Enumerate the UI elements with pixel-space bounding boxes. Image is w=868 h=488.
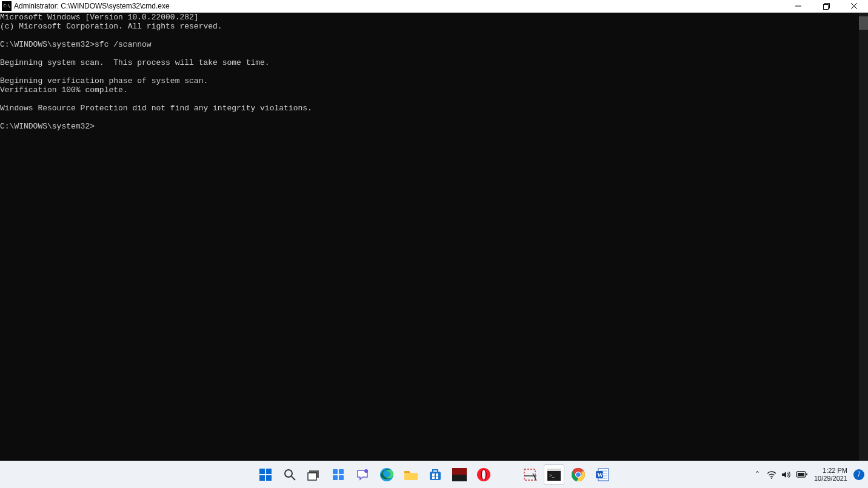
system-tray: ˄ 1:22 PM 10/29/2021 7 (752, 461, 864, 488)
svg-rect-21 (432, 476, 435, 479)
speaker-icon (781, 470, 791, 479)
chat-icon (356, 468, 369, 481)
svg-rect-30 (547, 469, 561, 471)
volume-button[interactable] (781, 470, 792, 479)
svg-point-42 (771, 478, 772, 479)
cmd-app-icon: C:\ (2, 1, 12, 11)
search-button[interactable] (279, 464, 300, 485)
cmd-icon: >_ (547, 469, 561, 481)
edge-icon (379, 467, 394, 482)
snip-icon (523, 468, 536, 481)
tray-time: 1:22 PM (823, 467, 847, 475)
start-button[interactable] (255, 464, 276, 485)
svg-point-34 (576, 472, 581, 477)
svg-point-8 (285, 470, 292, 477)
minimize-button[interactable] (784, 0, 812, 12)
scrollbar-track[interactable] (859, 13, 868, 461)
snipping-tool-button[interactable] (519, 464, 540, 485)
wifi-button[interactable] (767, 470, 778, 479)
svg-rect-13 (339, 469, 344, 474)
svg-rect-19 (432, 473, 435, 476)
chat-button[interactable] (352, 464, 373, 485)
widgets-icon (332, 468, 345, 481)
clock[interactable]: 1:22 PM 10/29/2021 (814, 467, 847, 483)
app-red-icon (452, 468, 467, 481)
terminal-output[interactable]: Microsoft Windows [Version 10.0.22000.28… (0, 13, 868, 461)
svg-rect-14 (333, 475, 338, 480)
wifi-icon (767, 470, 776, 479)
tray-overflow-button[interactable]: ˄ (752, 470, 763, 480)
svg-rect-6 (259, 475, 265, 481)
window-title: Administrator: C:\WINDOWS\system32\cmd.e… (14, 2, 170, 10)
folder-icon (404, 468, 418, 481)
svg-rect-24 (452, 475, 467, 481)
cmd-taskbar-button[interactable]: >_ (544, 464, 564, 485)
word-button[interactable]: W (592, 464, 613, 485)
taskbar: >_ W ˄ (0, 461, 868, 488)
svg-rect-45 (798, 473, 804, 476)
svg-rect-12 (333, 469, 338, 474)
store-icon (429, 468, 442, 481)
svg-text:>_: >_ (549, 473, 555, 478)
notification-badge[interactable]: 7 (853, 469, 864, 480)
search-icon (283, 468, 296, 481)
battery-icon (796, 471, 808, 478)
svg-rect-4 (259, 469, 265, 474)
svg-rect-7 (266, 475, 272, 481)
opera-button[interactable] (473, 464, 494, 485)
task-view-button[interactable] (304, 464, 324, 485)
svg-point-16 (364, 469, 368, 473)
word-icon: W (595, 467, 610, 482)
battery-button[interactable] (796, 471, 807, 478)
svg-rect-44 (806, 473, 807, 475)
window-titlebar: C:\ Administrator: C:\WINDOWS\system32\c… (0, 0, 868, 13)
svg-rect-22 (436, 476, 438, 479)
window-controls (784, 0, 868, 12)
edge-button[interactable] (376, 464, 397, 485)
svg-point-27 (482, 470, 486, 480)
tray-date: 10/29/2021 (814, 475, 847, 483)
microsoft-store-button[interactable] (425, 464, 446, 485)
maximize-button[interactable] (812, 0, 840, 12)
close-button[interactable] (840, 0, 868, 12)
chrome-icon (571, 467, 586, 482)
windows-logo-icon (258, 467, 273, 482)
svg-rect-20 (436, 473, 438, 476)
taskbar-center: >_ W (255, 464, 613, 485)
svg-rect-1 (823, 4, 828, 9)
svg-rect-5 (266, 469, 272, 474)
task-view-icon (307, 468, 321, 481)
taskbar-app-1[interactable] (449, 464, 470, 485)
scrollbar-thumb[interactable] (859, 16, 868, 30)
svg-rect-18 (430, 472, 441, 480)
chrome-button[interactable] (568, 464, 589, 485)
svg-line-9 (292, 476, 295, 480)
file-explorer-button[interactable] (401, 464, 421, 485)
opera-icon (476, 467, 491, 482)
widgets-button[interactable] (328, 464, 349, 485)
svg-text:W: W (597, 472, 603, 478)
svg-rect-11 (308, 473, 316, 480)
svg-rect-15 (339, 475, 344, 480)
